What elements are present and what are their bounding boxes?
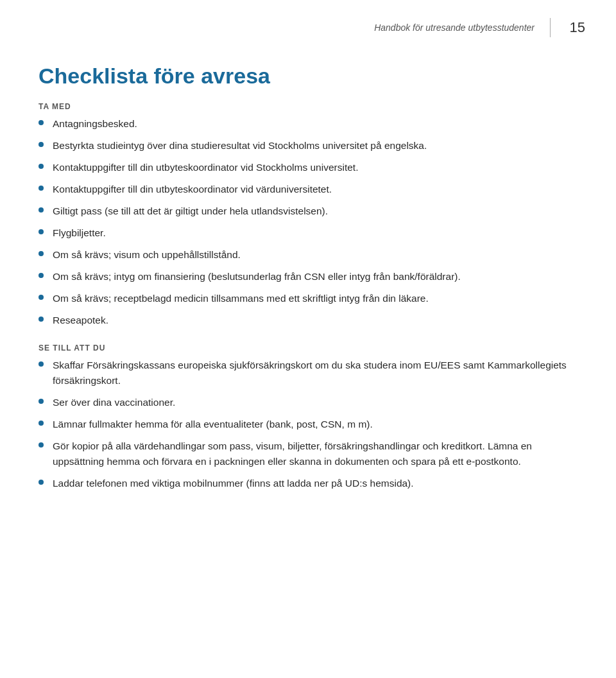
bullet-text: Skaffar Försäkringskassans europeiska sj… <box>53 358 578 388</box>
bullet-text: Kontaktuppgifter till din utbyteskoordin… <box>53 160 578 175</box>
bullet-dot <box>38 399 44 404</box>
list-item: Bestyrkta studieintyg över dina studiere… <box>38 138 578 153</box>
list-item: Kontaktuppgifter till din utbyteskoordin… <box>38 182 578 197</box>
bullet-text: Laddar telefonen med viktiga mobilnummer… <box>53 476 578 491</box>
bullet-dot <box>38 421 44 426</box>
list-item: Om så krävs; visum och uppehållstillstån… <box>38 247 578 263</box>
bullet-text: Lämnar fullmakter hemma för alla eventua… <box>53 417 578 432</box>
main-content: Checklista före avresa TA MED Antagnings… <box>0 37 616 532</box>
list-item: Antagningsbesked. <box>38 116 578 132</box>
list-item: Om så krävs; receptbelagd medicin tillsa… <box>38 291 578 306</box>
page-title: Checklista före avresa <box>38 63 578 89</box>
list-item: Skaffar Försäkringskassans europeiska sj… <box>38 358 578 388</box>
bullet-text: Bestyrkta studieintyg över dina studiere… <box>53 138 578 153</box>
se-till-list: Skaffar Försäkringskassans europeiska sj… <box>38 358 578 491</box>
page-container: Handbok för utresande utbytesstudenter 1… <box>0 0 616 678</box>
bullet-dot <box>38 361 44 367</box>
bullet-text: Om så krävs; intyg om finansiering (besl… <box>53 269 578 284</box>
page-number: 15 <box>566 19 585 36</box>
bullet-text: Flygbiljetter. <box>53 225 578 241</box>
bullet-dot <box>38 164 44 169</box>
section-se-till-label: SE TILL ATT DU <box>38 343 578 352</box>
bullet-dot <box>38 251 44 256</box>
book-title: Handbok för utresande utbytesstudenter <box>374 22 535 33</box>
bullet-dot <box>38 229 44 234</box>
bullet-dot <box>38 295 44 300</box>
bullet-text: Kontaktuppgifter till din utbyteskoordin… <box>53 182 578 197</box>
bullet-dot <box>38 273 44 278</box>
list-item: Reseapotek. <box>38 313 578 328</box>
list-item: Flygbiljetter. <box>38 225 578 241</box>
list-item: Kontaktuppgifter till din utbyteskoordin… <box>38 160 578 175</box>
page-header: Handbok för utresande utbytesstudenter 1… <box>0 0 616 37</box>
header-title-area: Handbok för utresande utbytesstudenter 1… <box>374 18 585 37</box>
bullet-dot <box>38 317 44 322</box>
bullet-text: Om så krävs; receptbelagd medicin tillsa… <box>53 291 578 306</box>
bullet-text: Giltigt pass (se till att det är giltigt… <box>53 204 578 219</box>
list-item: Lämnar fullmakter hemma för alla eventua… <box>38 417 578 432</box>
bullet-text: Ser över dina vaccinationer. <box>53 395 578 410</box>
list-item: Ser över dina vaccinationer. <box>38 395 578 410</box>
bullet-dot <box>38 480 44 485</box>
list-item: Giltigt pass (se till att det är giltigt… <box>38 204 578 219</box>
bullet-dot <box>38 186 44 191</box>
bullet-dot <box>38 442 44 448</box>
bullet-dot <box>38 120 44 125</box>
section-ta-med-label: TA MED <box>38 102 578 111</box>
bullet-dot <box>38 207 44 213</box>
list-item: Gör kopior på alla värdehandlingar som p… <box>38 439 578 469</box>
bullet-text: Reseapotek. <box>53 313 578 328</box>
bullet-text: Gör kopior på alla värdehandlingar som p… <box>53 439 578 469</box>
ta-med-list: Antagningsbesked. Bestyrkta studieintyg … <box>38 116 578 328</box>
header-divider <box>550 18 551 37</box>
bullet-text: Antagningsbesked. <box>53 116 578 132</box>
bullet-dot <box>38 142 44 147</box>
list-item: Laddar telefonen med viktiga mobilnummer… <box>38 476 578 491</box>
bullet-text: Om så krävs; visum och uppehållstillstån… <box>53 247 578 263</box>
list-item: Om så krävs; intyg om finansiering (besl… <box>38 269 578 284</box>
